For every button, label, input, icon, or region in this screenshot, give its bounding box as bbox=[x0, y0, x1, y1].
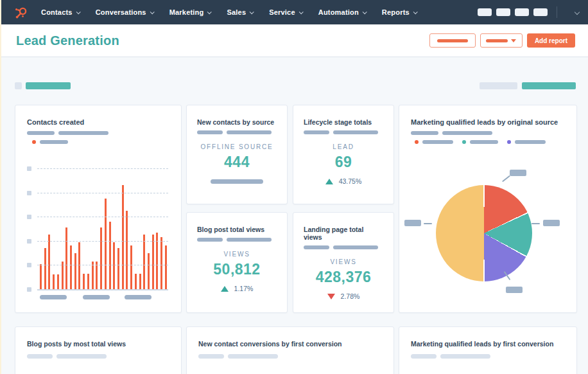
bar-series bbox=[40, 168, 167, 289]
redacted-legend-label bbox=[422, 140, 453, 144]
chevron-down-icon bbox=[413, 10, 417, 14]
add-report-button[interactable]: Add report bbox=[527, 33, 575, 48]
delta-value: 43.75% bbox=[339, 177, 362, 185]
bar bbox=[87, 274, 89, 289]
nav-item-contacts[interactable]: Contacts bbox=[41, 8, 80, 16]
header-actions: Add report bbox=[429, 33, 575, 48]
chevron-down-icon bbox=[207, 10, 212, 14]
nav-item-label: Sales bbox=[227, 8, 246, 16]
hubspot-logo-icon[interactable] bbox=[14, 5, 28, 19]
card-contacts-created: Contacts created bbox=[15, 105, 182, 313]
bar bbox=[40, 264, 42, 289]
nav-icon-placeholder-3[interactable] bbox=[515, 8, 529, 16]
nav-divider bbox=[557, 6, 557, 18]
card-new-contact-conversions: New contact conversions by first convers… bbox=[186, 326, 394, 374]
redacted-subtitle bbox=[197, 238, 277, 242]
filter-checkbox-placeholder bbox=[15, 82, 22, 89]
redacted-x-label bbox=[83, 295, 110, 299]
bar bbox=[143, 235, 145, 289]
chevron-down-icon bbox=[76, 10, 80, 14]
bar bbox=[53, 274, 55, 289]
nav-item-marketing[interactable]: Marketing bbox=[169, 8, 211, 16]
card-mql-by-first-conversion: Marketing qualified leads by first conve… bbox=[399, 326, 577, 374]
redacted-subtitle bbox=[304, 245, 383, 249]
redacted-subtitle bbox=[198, 354, 382, 359]
card-title: New contacts by source bbox=[197, 118, 277, 126]
nav-item-reports[interactable]: Reports bbox=[382, 8, 417, 16]
metric-value: 444 bbox=[197, 154, 277, 171]
delta-row: 1.17% bbox=[197, 285, 277, 292]
bar bbox=[44, 248, 46, 289]
card-title: Marketing qualified leads by first conve… bbox=[411, 340, 565, 348]
bar bbox=[48, 235, 50, 289]
dashboard-action-dropdown[interactable] bbox=[480, 33, 523, 48]
bar bbox=[165, 245, 167, 289]
redacted-x-label bbox=[125, 295, 151, 299]
nav-item-conversations[interactable]: Conversations bbox=[96, 8, 153, 16]
card-title: New contact conversions by first convers… bbox=[198, 340, 382, 348]
x-axis-labels bbox=[37, 295, 169, 299]
account-chevron-down-icon[interactable] bbox=[575, 10, 580, 15]
bar bbox=[105, 199, 107, 289]
card-title: Contacts created bbox=[27, 118, 169, 126]
legend-dot-icon bbox=[415, 140, 419, 144]
y-tick-placeholder bbox=[27, 166, 31, 171]
card-blog-post-total-views: Blog post total views VIEWS 50,812 1.17% bbox=[186, 212, 288, 313]
nav-menu: ContactsConversationsMarketingSalesServi… bbox=[41, 8, 417, 16]
legend-item bbox=[462, 140, 498, 144]
gridline bbox=[37, 265, 168, 265]
dashboard-action-button-1[interactable] bbox=[429, 33, 476, 48]
page-title: Lead Generation bbox=[16, 33, 119, 48]
bar-chart bbox=[37, 168, 168, 289]
bar bbox=[109, 222, 111, 289]
legend-item bbox=[415, 140, 453, 144]
card-landing-page-total-views: Landing page total views VIEWS 428,376 2… bbox=[293, 212, 394, 313]
nav-icon-placeholder-1[interactable] bbox=[478, 8, 492, 16]
redacted-legend-label bbox=[40, 140, 68, 144]
redacted-subtitle bbox=[411, 131, 565, 135]
delta-triangle-icon bbox=[221, 286, 229, 292]
delta-triangle-icon bbox=[327, 294, 335, 299]
redacted-subtitle bbox=[27, 131, 169, 135]
metric-label: LEAD bbox=[304, 143, 383, 150]
nav-icon-placeholder-2[interactable] bbox=[496, 8, 510, 16]
chevron-down-icon bbox=[250, 10, 254, 14]
nav-item-label: Marketing bbox=[169, 8, 204, 16]
card-mql-by-original-source: Marketing qualified leads by original so… bbox=[399, 105, 577, 313]
redacted-comparison bbox=[211, 179, 263, 184]
nav-item-automation[interactable]: Automation bbox=[318, 8, 366, 16]
bar bbox=[130, 245, 132, 289]
callout-line bbox=[424, 223, 432, 224]
pie-chart bbox=[436, 185, 532, 281]
nav-item-sales[interactable]: Sales bbox=[227, 8, 253, 16]
bar bbox=[126, 211, 128, 289]
redacted-x-label bbox=[40, 295, 67, 299]
card-blog-posts-by-most-total-views: Blog posts by most total views bbox=[15, 326, 182, 374]
nav-icon-placeholder-4[interactable] bbox=[533, 8, 548, 16]
chevron-down-icon bbox=[150, 10, 154, 14]
redacted-slice-label bbox=[506, 287, 523, 293]
bar bbox=[117, 248, 119, 289]
nav-item-service[interactable]: Service bbox=[269, 8, 302, 16]
callout-line bbox=[502, 175, 510, 183]
redacted-subtitle bbox=[411, 354, 565, 359]
chart-legend bbox=[27, 140, 169, 144]
delta-value: 2.78% bbox=[341, 292, 360, 300]
redacted-subtitle bbox=[304, 130, 383, 134]
x-axis-line bbox=[37, 289, 168, 290]
metric-label: VIEWS bbox=[197, 251, 277, 258]
nav-item-label: Contacts bbox=[41, 8, 73, 16]
filter-control-right[interactable] bbox=[522, 82, 576, 89]
delta-value: 1.17% bbox=[234, 285, 254, 292]
gridline bbox=[37, 241, 168, 242]
card-title: Blog posts by most total views bbox=[27, 340, 169, 348]
metric-value: 50,812 bbox=[197, 261, 277, 278]
legend-dot-icon bbox=[32, 140, 36, 144]
y-tick-placeholder bbox=[27, 263, 31, 267]
nav-item-label: Reports bbox=[382, 8, 410, 16]
legend-dot-icon bbox=[507, 140, 511, 144]
gridline bbox=[37, 193, 168, 193]
chevron-down-icon bbox=[363, 10, 367, 14]
metric-value: 69 bbox=[304, 154, 383, 171]
filter-control-left[interactable] bbox=[26, 82, 71, 89]
